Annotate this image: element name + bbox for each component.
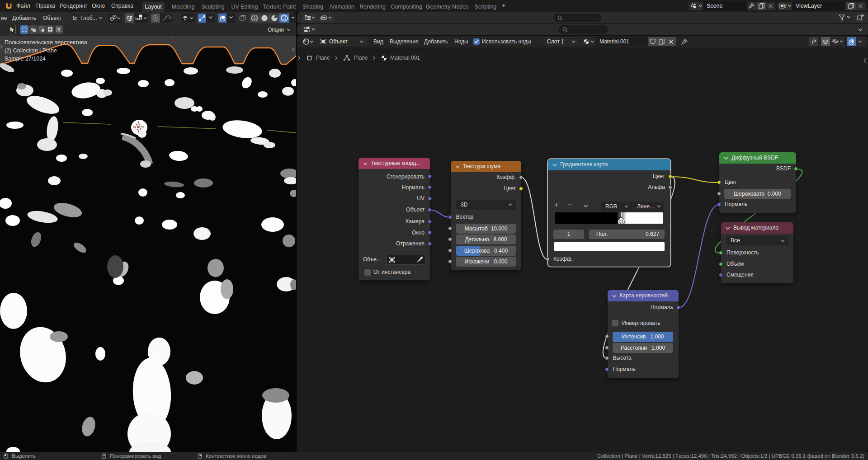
- svg-text:Пользовательская перспектива: Пользовательская перспектива: [5, 39, 87, 46]
- svg-text:(2) Collection | Plane: (2) Collection | Plane: [5, 47, 57, 54]
- svg-text:Sample 27/1024: Sample 27/1024: [5, 56, 46, 62]
